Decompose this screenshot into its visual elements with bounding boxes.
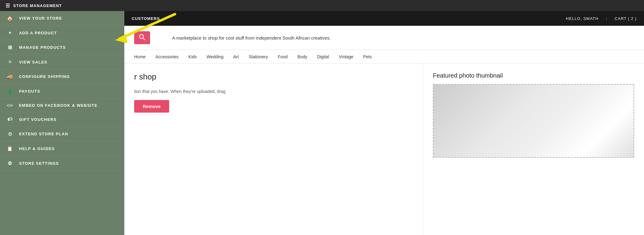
featured-thumbnail xyxy=(433,84,634,158)
nav-item-accessories[interactable]: Accessories xyxy=(155,54,178,59)
sidebar-item-add-a-product[interactable]: + ADD A PRODUCT xyxy=(0,26,124,40)
store-tagline: A marketplace to shop for cool stuff fro… xyxy=(172,35,331,40)
remove-button[interactable]: Remove xyxy=(134,100,169,113)
gear-icon: ⚙ xyxy=(7,160,14,166)
store-content: r shop tion that you have. When they're … xyxy=(124,64,644,235)
plus-icon: + xyxy=(7,30,14,36)
grid-icon: ⊞ xyxy=(7,44,14,50)
store-management-label: STORE MANAGEMENT xyxy=(13,3,62,8)
sidebar-item-help-guides[interactable]: 📋 HELP & GUIDES xyxy=(0,141,124,156)
nav-item-home[interactable]: Home xyxy=(134,54,145,59)
hamburger-icon[interactable]: ☰ xyxy=(6,3,10,9)
top-bar: ☰ STORE MANAGEMENT xyxy=(0,0,644,11)
search-button[interactable] xyxy=(134,31,150,44)
nav-item-stationery[interactable]: Stationery xyxy=(249,54,268,59)
clipboard-icon: 📋 xyxy=(7,146,14,152)
sidebar-label-extend-store-plan: EXTEND STORE PLAN xyxy=(19,132,68,136)
sidebar-item-embed-on-facebook[interactable]: </> EMBED ON FACEBOOK & WEBSITE xyxy=(0,99,124,112)
sidebar-label-embed-on-facebook: EMBED ON FACEBOOK & WEBSITE xyxy=(19,103,98,108)
nav-divider: | xyxy=(606,16,607,21)
store-logo-area xyxy=(134,31,150,44)
sidebar-item-gift-vouchers[interactable]: 🏷 GIFT VOUCHERS xyxy=(0,112,124,127)
sidebar-item-extend-store-plan[interactable]: ⊙ EXTEND STORE PLAN xyxy=(0,127,124,141)
sidebar-label-manage-products: MANAGE PRODUCTS xyxy=(19,45,66,50)
sidebar-label-view-your-store: VIEW YOUR STORE xyxy=(19,16,62,21)
main-layout: 🏠 VIEW YOUR STORE + ADD A PRODUCT ⊞ MANA… xyxy=(0,11,644,235)
nav-item-wedding[interactable]: Wedding xyxy=(207,54,223,59)
home-icon: 🏠 xyxy=(7,15,14,21)
sidebar-label-help-guides: HELP & GUIDES xyxy=(19,146,55,151)
sidebar-item-payouts[interactable]: 💲 PAYOUTS xyxy=(0,84,124,99)
store-preview: CUSTOMERS HELLO, SMATH | CART ( 2 ) xyxy=(124,11,644,235)
sidebar-label-store-settings: STORE SETTINGS xyxy=(19,161,59,166)
sidebar-item-view-sales[interactable]: ≡ VIEW SALES xyxy=(0,55,124,69)
truck-icon: 🚚 xyxy=(7,74,14,79)
sidebar-item-store-settings[interactable]: ⚙ STORE SETTINGS xyxy=(0,156,124,171)
store-header: A marketplace to shop for cool stuff fro… xyxy=(124,26,644,50)
hello-label: HELLO, SMATH xyxy=(566,16,599,21)
tag-icon: 🏷 xyxy=(7,117,14,122)
content-right: Featured photo thumbnail xyxy=(423,64,644,235)
dollar-icon: 💲 xyxy=(7,88,14,94)
nav-item-vintage[interactable]: Vintage xyxy=(339,54,353,59)
nav-item-kids[interactable]: Kids xyxy=(188,54,197,59)
customers-label: CUSTOMERS xyxy=(132,16,160,21)
shop-heading: r shop xyxy=(134,72,413,82)
nav-item-body[interactable]: Body xyxy=(297,54,307,59)
nav-item-food[interactable]: Food xyxy=(278,54,288,59)
thumbnail-image xyxy=(433,85,634,157)
nav-item-digital[interactable]: Digital xyxy=(317,54,329,59)
code-icon: </> xyxy=(7,103,14,108)
sidebar-label-add-a-product: ADD A PRODUCT xyxy=(19,31,57,35)
nav-item-art[interactable]: Art xyxy=(233,54,239,59)
sidebar-label-payouts: PAYOUTS xyxy=(19,89,40,94)
content-left: r shop tion that you have. When they're … xyxy=(124,64,423,235)
sidebar-label-configure-shipping: CONFIGURE SHIPPING xyxy=(19,74,70,79)
sidebar-item-view-your-store[interactable]: 🏠 VIEW YOUR STORE xyxy=(0,11,124,26)
category-nav: Home Accessories Kids Wedding Art Statio… xyxy=(124,50,644,64)
sidebar-item-configure-shipping[interactable]: 🚚 CONFIGURE SHIPPING xyxy=(0,69,124,84)
sidebar-label-gift-vouchers: GIFT VOUCHERS xyxy=(19,117,57,122)
svg-line-1 xyxy=(143,38,145,40)
circle-slash-icon: ⊙ xyxy=(7,131,14,137)
featured-heading: Featured photo thumbnail xyxy=(433,72,634,79)
sidebar-label-view-sales: VIEW SALES xyxy=(19,60,47,64)
store-nav-bar: CUSTOMERS HELLO, SMATH | CART ( 2 ) xyxy=(124,11,644,26)
list-icon: ≡ xyxy=(7,59,14,65)
nav-item-pets[interactable]: Pets xyxy=(363,54,372,59)
search-icon xyxy=(139,34,145,42)
sidebar-item-manage-products[interactable]: ⊞ MANAGE PRODUCTS xyxy=(0,40,124,55)
store-nav-right: HELLO, SMATH | CART ( 2 ) xyxy=(566,16,637,21)
shop-body-text: tion that you have. When they're uploade… xyxy=(134,89,413,94)
cart-label[interactable]: CART ( 2 ) xyxy=(615,16,637,21)
sidebar: 🏠 VIEW YOUR STORE + ADD A PRODUCT ⊞ MANA… xyxy=(0,11,124,235)
